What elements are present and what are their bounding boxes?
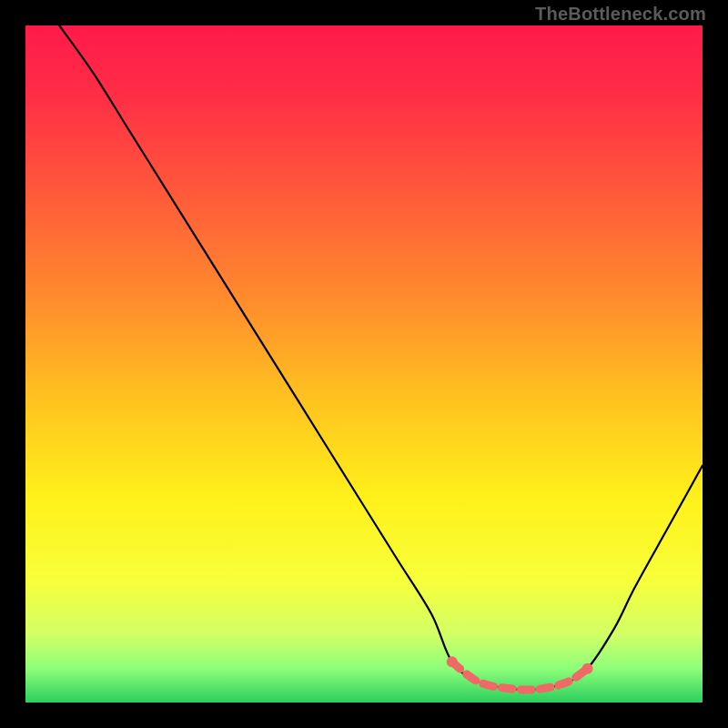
optimal-segment-endpoint — [582, 663, 593, 674]
attribution-watermark: TheBottleneck.com — [535, 4, 706, 25]
chart-svg — [25, 25, 703, 703]
chart-frame: TheBottleneck.com — [0, 0, 728, 728]
optimal-segment-endpoint — [447, 656, 458, 667]
chart-plot-area — [25, 25, 703, 703]
